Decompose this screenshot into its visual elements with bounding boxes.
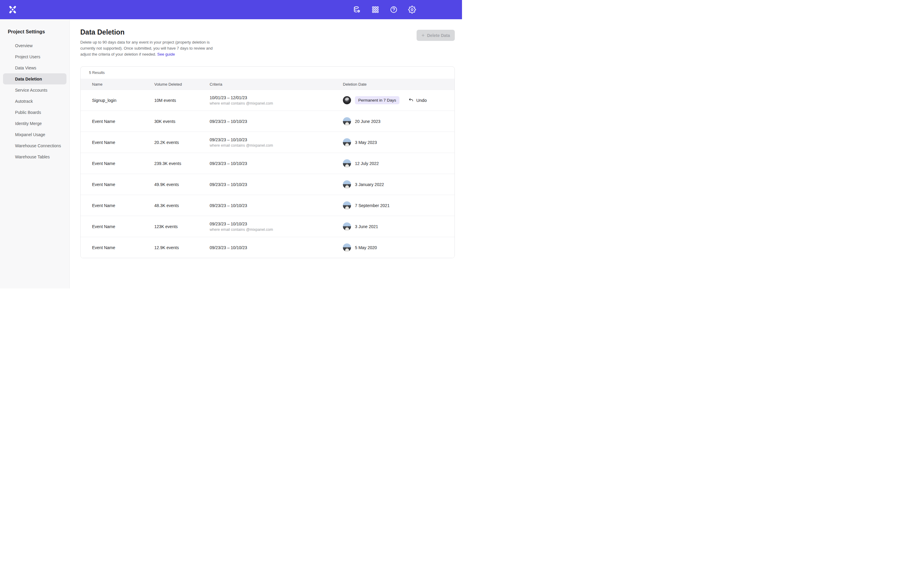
row-criteria-cell: 09/23/23 – 10/10/23 where email contains…	[210, 137, 343, 148]
sidebar-title: Project Settings	[0, 19, 69, 35]
sidebar-item-label: Project Users	[15, 55, 40, 59]
row-criteria-filter: where email contains @mixpanel.com	[210, 227, 343, 232]
topbar	[0, 0, 462, 19]
user-avatar	[343, 201, 351, 210]
row-criteria-range: 09/23/23 – 10/10/23	[210, 161, 343, 166]
sidebar-item-warehouse-connections[interactable]: Warehouse Connections	[3, 140, 66, 151]
delete-data-label: Delete Data	[427, 33, 450, 38]
user-avatar	[343, 96, 351, 104]
deletion-date: 7 September 2021	[355, 203, 389, 208]
row-criteria-range: 09/23/23 – 10/10/23	[210, 182, 343, 187]
row-name-cell: Signup_login	[81, 98, 154, 103]
row-deletion-cell: Permanent in 7 Days Undo	[343, 96, 454, 104]
sidebar-item-overview[interactable]: Overview	[3, 40, 66, 51]
row-criteria-range: 10/01/23 – 12/01/23	[210, 95, 343, 100]
user-avatar	[343, 243, 351, 251]
topbar-icons	[353, 0, 416, 19]
row-deletion-cell: 5 May 2020	[343, 243, 454, 251]
row-criteria-cell: 09/23/23 – 10/10/23	[210, 245, 343, 250]
sidebar-item-data-views[interactable]: Data Views	[3, 62, 66, 73]
table-row: Event Name 12.9K events 09/23/23 – 10/10…	[81, 237, 454, 258]
row-criteria-range: 09/23/23 – 10/10/23	[210, 245, 343, 250]
column-header-name: Name	[81, 82, 154, 87]
sidebar-item-label: Public Boards	[15, 110, 41, 115]
row-criteria-cell: 09/23/23 – 10/10/23	[210, 161, 343, 166]
row-volume-cell: 12.9K events	[154, 245, 210, 250]
results-count: 5 Results	[81, 67, 454, 79]
undo-icon	[409, 98, 414, 103]
row-deletion-cell: 3 June 2021	[343, 222, 454, 230]
sidebar-item-label: Service Accounts	[15, 88, 47, 93]
sidebar-item-mixpanel-usage[interactable]: Mixpanel Usage	[3, 129, 66, 140]
sidebar-item-data-deletion[interactable]: Data Deletion	[3, 73, 66, 84]
sidebar-item-autotrack[interactable]: Autotrack	[3, 95, 66, 107]
deletion-date: 12 July 2022	[355, 161, 379, 166]
sidebar-nav: Overview Project Users Data Views Data D…	[0, 40, 69, 162]
table-row: Event Name 49.9K events 09/23/23 – 10/10…	[81, 174, 454, 195]
see-guide-link[interactable]: See guide	[157, 52, 175, 56]
row-criteria-range: 09/23/23 – 10/10/23	[210, 203, 343, 208]
row-criteria-cell: 09/23/23 – 10/10/23	[210, 119, 343, 124]
page-description-text: Delete up to 90 days data for any event …	[80, 40, 213, 56]
table-row: Event Name 123K events 09/23/23 – 10/10/…	[81, 216, 454, 237]
deletion-date: 3 January 2022	[355, 182, 384, 187]
row-criteria-cell: 09/23/23 – 10/10/23	[210, 203, 343, 208]
row-name-cell: Event Name	[81, 245, 154, 250]
row-deletion-cell: 3 May 2023	[343, 138, 454, 147]
row-volume-cell: 123K events	[154, 224, 210, 229]
sidebar-item-project-users[interactable]: Project Users	[3, 51, 66, 62]
sidebar-item-label: Overview	[15, 43, 32, 48]
undo-button[interactable]: Undo	[409, 98, 427, 103]
page-description: Delete up to 90 days data for any event …	[80, 39, 218, 57]
row-criteria-cell: 10/01/23 – 12/01/23 where email contains…	[210, 95, 343, 105]
row-criteria-cell: 09/23/23 – 10/10/23	[210, 182, 343, 187]
user-avatar	[343, 180, 351, 189]
row-name-cell: Event Name	[81, 161, 154, 166]
row-volume-cell: 239.3K events	[154, 161, 210, 166]
row-volume-cell: 48.3K events	[154, 203, 210, 208]
mixpanel-logo[interactable]	[8, 5, 17, 14]
sidebar-item-identity-merge[interactable]: Identity Merge	[3, 118, 66, 129]
user-avatar	[343, 222, 351, 230]
row-volume-cell: 20.2K events	[154, 140, 210, 145]
sidebar-item-label: Autotrack	[15, 99, 33, 104]
sidebar-item-label: Warehouse Connections	[15, 143, 61, 148]
sidebar-item-label: Data Views	[15, 66, 36, 70]
row-deletion-cell: 20 June 2023	[343, 117, 454, 125]
table-header-row: Name Volume Deleted Criteria Deletion Da…	[81, 79, 454, 90]
plus-icon: +	[422, 33, 425, 38]
row-deletion-cell: 7 September 2021	[343, 201, 454, 210]
sidebar: Project Settings Overview Project Users …	[0, 19, 70, 288]
sidebar-item-service-accounts[interactable]: Service Accounts	[3, 84, 66, 95]
row-name-cell: Event Name	[81, 119, 154, 124]
sidebar-item-warehouse-tables[interactable]: Warehouse Tables	[3, 151, 66, 162]
row-volume-cell: 10M events	[154, 98, 210, 103]
sidebar-item-label: Warehouse Tables	[15, 155, 50, 159]
row-criteria-filter: where email contains @mixpanel.com	[210, 143, 343, 148]
row-volume-cell: 30K events	[154, 119, 210, 124]
row-criteria-range: 09/23/23 – 10/10/23	[210, 221, 343, 226]
settings-gear-icon[interactable]	[408, 5, 416, 14]
deletion-date: 5 May 2020	[355, 245, 377, 250]
row-name-cell: Event Name	[81, 224, 154, 229]
sidebar-item-label: Data Deletion	[15, 77, 42, 81]
delete-data-button[interactable]: + Delete Data	[417, 30, 455, 41]
row-criteria-range: 09/23/23 – 10/10/23	[210, 137, 343, 142]
sidebar-item-public-boards[interactable]: Public Boards	[3, 107, 66, 118]
sidebar-item-label: Mixpanel Usage	[15, 132, 45, 137]
row-criteria-filter: where email contains @mixpanel.com	[210, 101, 343, 105]
column-header-deletion-date: Deletion Date	[343, 82, 454, 87]
help-icon[interactable]	[389, 5, 398, 14]
undo-label: Undo	[416, 98, 427, 103]
row-name-cell: Event Name	[81, 140, 154, 145]
user-avatar	[343, 138, 351, 147]
data-management-icon[interactable]	[353, 5, 361, 14]
sidebar-item-label: Identity Merge	[15, 121, 42, 126]
table-row: Event Name 48.3K events 09/23/23 – 10/10…	[81, 195, 454, 216]
row-deletion-cell: 12 July 2022	[343, 159, 454, 168]
row-name-cell: Event Name	[81, 203, 154, 208]
deletion-date: 20 June 2023	[355, 119, 381, 124]
apps-grid-icon[interactable]	[371, 5, 380, 14]
deletion-table-card: 5 Results Name Volume Deleted Criteria D…	[80, 66, 455, 258]
page-title: Data Deletion	[80, 28, 455, 36]
